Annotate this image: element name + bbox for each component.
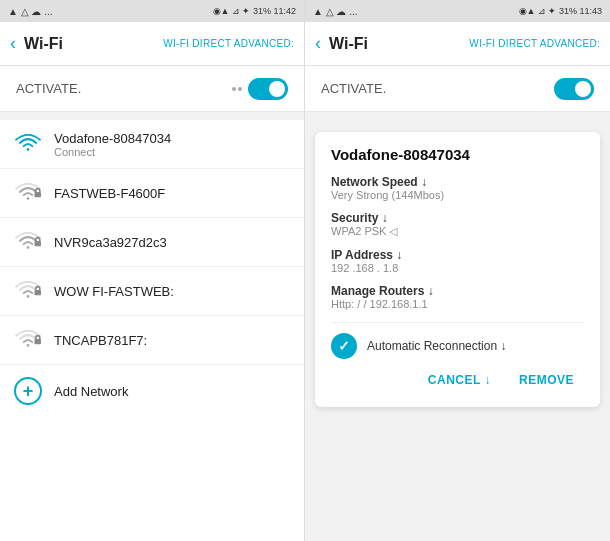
detail-router-row: Manage Routers ↓ Http: / / 192.168.1.1 <box>331 284 584 310</box>
wifi-info-4: TNCAPB781F7: <box>54 333 290 348</box>
toggle-dot-1 <box>232 87 236 91</box>
signal-time-right: ◉▲ ⊿ ✦ 31% 11:43 <box>519 6 602 16</box>
add-network-icon: + <box>14 377 42 405</box>
wifi-info-1: FASTWEB-F4600F <box>54 186 290 201</box>
detail-actions: CANCEL ↓ REMOVE <box>331 359 584 393</box>
detail-router-label: Manage Routers ↓ <box>331 284 584 298</box>
wifi-signal-icon-2 <box>14 228 42 256</box>
wifi-list: Vodafone-80847034 Connect FASTWEB-F4600F <box>0 120 304 541</box>
auto-reconnect-label: Automatic Reconnection ↓ <box>367 339 506 353</box>
remove-button[interactable]: REMOVE <box>513 369 580 391</box>
auto-reconnect-check-icon <box>331 333 357 359</box>
wifi-info-3: WOW FI-FASTWEB: <box>54 284 290 299</box>
wifi-name-4: TNCAPB781F7: <box>54 333 290 348</box>
top-bar-left: ‹ Wi-Fi WI-FI DIRECT ADVANCED: <box>0 22 304 66</box>
wifi-direct-link-left[interactable]: WI-FI DIRECT ADVANCED: <box>163 38 294 49</box>
network-detail-card: Vodafone-80847034 Network Speed ↓ Very S… <box>315 132 600 407</box>
app-icons-right: ▲ △ ☁ ... <box>313 6 358 17</box>
panel-right: ▲ △ ☁ ... ◉▲ ⊿ ✦ 31% 11:43 ‹ Wi-Fi WI-FI… <box>305 0 610 541</box>
activate-toggle-right[interactable] <box>554 78 594 100</box>
top-bar-right: ‹ Wi-Fi WI-FI DIRECT ADVANCED: <box>305 22 610 66</box>
add-network-item[interactable]: + Add Network <box>0 365 304 417</box>
activate-row-right: ACTIVATE. <box>305 66 610 112</box>
toggle-area-right <box>554 78 594 100</box>
app-icons-left: ▲ △ ☁ ... <box>8 6 53 17</box>
detail-security-label: Security ↓ <box>331 211 584 225</box>
toggle-dot-2 <box>238 87 242 91</box>
wifi-name-0: Vodafone-80847034 <box>54 131 290 146</box>
detail-router-value: Http: / / 192.168.1.1 <box>331 298 584 310</box>
toggle-area-left <box>232 78 288 100</box>
detail-ip-label: IP Address ↓ <box>331 248 584 262</box>
wifi-name-2: NVR9ca3a927d2c3 <box>54 235 290 250</box>
status-bar-right: ▲ △ ☁ ... ◉▲ ⊿ ✦ 31% 11:43 <box>305 0 610 22</box>
wifi-signal-icon-0 <box>14 130 42 158</box>
activate-toggle-left[interactable] <box>248 78 288 100</box>
wifi-info-2: NVR9ca3a927d2c3 <box>54 235 290 250</box>
wifi-item-1[interactable]: FASTWEB-F4600F <box>0 169 304 218</box>
cancel-button[interactable]: CANCEL ↓ <box>422 369 497 391</box>
wifi-info-0: Vodafone-80847034 Connect <box>54 131 290 158</box>
detail-ip-value: 192 .168 . 1.8 <box>331 262 584 274</box>
activate-label-right: ACTIVATE. <box>321 81 386 96</box>
status-bar-left: ▲ △ ☁ ... ◉▲ ⊿ ✦ 31% 11:42 <box>0 0 304 22</box>
wifi-item-3[interactable]: WOW FI-FASTWEB: <box>0 267 304 316</box>
page-title-right: Wi-Fi <box>329 35 461 53</box>
toggle-dots-left <box>232 87 242 91</box>
page-title-left: Wi-Fi <box>24 35 155 53</box>
wifi-sub-0: Connect <box>54 146 290 158</box>
activate-label-left: ACTIVATE. <box>16 81 81 96</box>
signal-time-left: ◉▲ ⊿ ✦ 31% 11:42 <box>213 6 296 16</box>
back-button-right[interactable]: ‹ <box>315 33 321 54</box>
detail-security-value: WPA2 PSK ◁ <box>331 225 584 238</box>
svg-rect-3 <box>35 339 42 344</box>
status-left-icons: ▲ △ ☁ ... <box>8 6 53 17</box>
status-right-icons: ◉▲ ⊿ ✦ 31% 11:42 <box>213 6 296 16</box>
back-button-left[interactable]: ‹ <box>10 33 16 54</box>
auto-reconnect-row[interactable]: Automatic Reconnection ↓ <box>331 322 584 359</box>
panel-left: ▲ △ ☁ ... ◉▲ ⊿ ✦ 31% 11:42 ‹ Wi-Fi WI-FI… <box>0 0 305 541</box>
wifi-name-1: FASTWEB-F4600F <box>54 186 290 201</box>
svg-rect-1 <box>35 241 42 246</box>
add-network-label: Add Network <box>54 384 128 399</box>
detail-network-name: Vodafone-80847034 <box>331 146 584 163</box>
wifi-item-2[interactable]: NVR9ca3a927d2c3 <box>0 218 304 267</box>
wifi-item-0[interactable]: Vodafone-80847034 Connect <box>0 120 304 169</box>
svg-rect-0 <box>35 192 42 197</box>
wifi-signal-icon-1 <box>14 179 42 207</box>
activate-row-left: ACTIVATE. <box>0 66 304 112</box>
detail-speed-value: Very Strong (144Mbos) <box>331 189 584 201</box>
wifi-name-3: WOW FI-FASTWEB: <box>54 284 290 299</box>
detail-security-row: Security ↓ WPA2 PSK ◁ <box>331 211 584 238</box>
svg-rect-2 <box>35 290 42 295</box>
wifi-signal-icon-4 <box>14 326 42 354</box>
detail-ip-row: IP Address ↓ 192 .168 . 1.8 <box>331 248 584 274</box>
status-left-icons-right: ▲ △ ☁ ... <box>313 6 358 17</box>
wifi-signal-icon-3 <box>14 277 42 305</box>
wifi-direct-link-right[interactable]: WI-FI DIRECT ADVANCED: <box>469 38 600 49</box>
detail-speed-row: Network Speed ↓ Very Strong (144Mbos) <box>331 175 584 201</box>
detail-speed-label: Network Speed ↓ <box>331 175 584 189</box>
status-right-icons-right: ◉▲ ⊿ ✦ 31% 11:43 <box>519 6 602 16</box>
wifi-item-4[interactable]: TNCAPB781F7: <box>0 316 304 365</box>
